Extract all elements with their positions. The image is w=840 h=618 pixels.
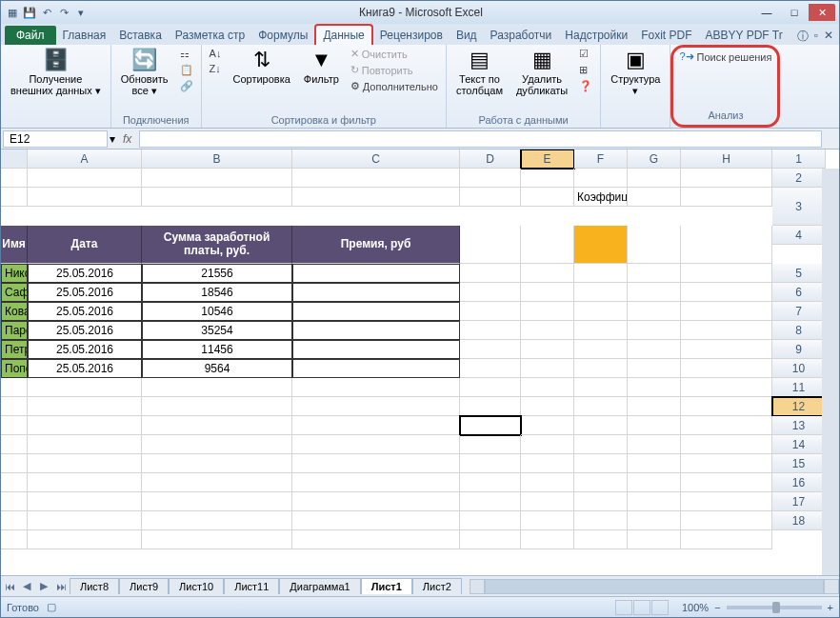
cell[interactable] xyxy=(628,454,681,473)
cell[interactable] xyxy=(521,492,574,511)
sort-button[interactable]: ⇅Сортировка xyxy=(229,47,293,87)
cell[interactable] xyxy=(681,188,772,207)
cell[interactable] xyxy=(460,283,521,302)
cell[interactable] xyxy=(628,530,681,549)
bonus-cell[interactable] xyxy=(292,321,460,340)
cell[interactable] xyxy=(628,378,681,397)
sort-za-button[interactable]: Z↓ xyxy=(208,62,224,75)
cell[interactable] xyxy=(521,226,574,264)
cell[interactable] xyxy=(460,264,521,283)
horizontal-scrollbar[interactable] xyxy=(470,579,839,594)
consolidate-button[interactable]: ⊞ xyxy=(577,63,594,77)
cell[interactable] xyxy=(460,530,521,549)
view-pagelayout-button[interactable] xyxy=(633,600,650,615)
name-box[interactable]: E12 xyxy=(3,130,108,148)
date-cell[interactable]: 25.05.2016 xyxy=(28,359,142,378)
cell[interactable] xyxy=(292,378,460,397)
get-external-data-button[interactable]: 🗄️Получение внешних данных ▾ xyxy=(7,47,105,98)
tab-view[interactable]: Вид xyxy=(450,26,484,45)
cell[interactable] xyxy=(1,530,28,549)
date-cell[interactable]: 25.05.2016 xyxy=(28,340,142,359)
cell[interactable] xyxy=(628,264,681,283)
properties-button[interactable]: 📋 xyxy=(178,63,195,77)
advanced-filter-button[interactable]: ⚙ Дополнительно xyxy=(349,79,440,93)
cell[interactable] xyxy=(628,511,681,530)
date-cell[interactable]: 25.05.2016 xyxy=(28,264,142,283)
name-cell[interactable]: Парфенов Д. Ф. xyxy=(1,321,28,340)
col-header[interactable]: B xyxy=(142,150,292,169)
formula-input[interactable] xyxy=(139,130,822,148)
bonus-cell[interactable] xyxy=(292,302,460,321)
tab-formulas[interactable]: Формулы xyxy=(251,26,314,45)
coef-cell[interactable] xyxy=(574,226,628,264)
sheet-nav-last[interactable]: ⏭ xyxy=(52,578,70,595)
col-header[interactable]: A xyxy=(28,150,142,169)
cell[interactable] xyxy=(28,530,142,549)
cell[interactable] xyxy=(681,378,772,397)
cell[interactable] xyxy=(574,264,628,283)
row-header[interactable]: 13 xyxy=(772,416,826,435)
sheet-tab[interactable]: Лист11 xyxy=(224,578,279,594)
sum-cell[interactable]: 9564 xyxy=(142,359,292,378)
cell[interactable] xyxy=(460,397,521,416)
redo-icon[interactable]: ↷ xyxy=(56,5,71,20)
cell[interactable] xyxy=(628,188,681,207)
cell[interactable] xyxy=(460,473,521,492)
cell[interactable] xyxy=(521,359,574,378)
active-cell[interactable] xyxy=(460,416,521,435)
cell[interactable] xyxy=(292,416,460,435)
filter-button[interactable]: ▼Фильтр xyxy=(300,47,343,87)
tab-home[interactable]: Главная xyxy=(56,26,113,45)
cell[interactable] xyxy=(142,530,292,549)
cell[interactable] xyxy=(460,188,521,207)
cell[interactable] xyxy=(28,397,142,416)
sheet-tab[interactable]: Диаграмма1 xyxy=(279,578,360,594)
cell[interactable] xyxy=(460,226,521,264)
zoom-out-button[interactable]: − xyxy=(714,602,720,613)
cell[interactable] xyxy=(574,454,628,473)
tab-developer[interactable]: Разработчи xyxy=(484,26,559,45)
cell[interactable] xyxy=(1,454,28,473)
qat-more-icon[interactable]: ▾ xyxy=(73,5,89,20)
cell[interactable] xyxy=(521,473,574,492)
row-header[interactable]: 3 xyxy=(772,188,826,226)
cell[interactable] xyxy=(460,492,521,511)
cell[interactable] xyxy=(681,321,772,340)
save-icon[interactable]: 💾 xyxy=(22,5,37,20)
cell[interactable] xyxy=(681,473,772,492)
cell[interactable] xyxy=(142,511,292,530)
cell[interactable] xyxy=(460,435,521,454)
cell[interactable]: Коэффициэнт xyxy=(574,188,628,207)
cell[interactable] xyxy=(521,264,574,283)
row-header[interactable]: 15 xyxy=(772,454,826,473)
edit-links-button[interactable]: 🔗 xyxy=(178,79,195,93)
name-cell[interactable]: Петров Ф. Л. xyxy=(1,340,28,359)
cell[interactable] xyxy=(142,397,292,416)
cell[interactable] xyxy=(1,397,28,416)
cell[interactable] xyxy=(142,473,292,492)
fx-icon[interactable]: fx xyxy=(115,132,139,146)
cell[interactable] xyxy=(521,397,574,416)
vertical-scrollbar[interactable] xyxy=(822,169,839,575)
cell[interactable] xyxy=(292,169,460,188)
cell[interactable] xyxy=(574,492,628,511)
row-header[interactable]: 7 xyxy=(772,302,826,321)
undo-icon[interactable]: ↶ xyxy=(39,5,54,20)
cell[interactable] xyxy=(681,359,772,378)
macro-record-icon[interactable]: ▢ xyxy=(47,601,56,613)
text-to-columns-button[interactable]: ▤Текст по столбцам xyxy=(452,47,507,98)
cell[interactable] xyxy=(681,283,772,302)
cell[interactable] xyxy=(28,169,142,188)
row-header[interactable]: 8 xyxy=(772,321,826,340)
cell[interactable] xyxy=(628,435,681,454)
cell[interactable] xyxy=(681,435,772,454)
cell[interactable] xyxy=(521,454,574,473)
refresh-all-button[interactable]: 🔄Обновить все ▾ xyxy=(117,47,172,98)
row-header[interactable]: 18 xyxy=(772,511,826,530)
sum-cell[interactable]: 21556 xyxy=(142,264,292,283)
cell[interactable] xyxy=(628,492,681,511)
cell[interactable] xyxy=(521,340,574,359)
cell[interactable] xyxy=(521,378,574,397)
cell[interactable] xyxy=(292,188,460,207)
cell[interactable] xyxy=(292,511,460,530)
